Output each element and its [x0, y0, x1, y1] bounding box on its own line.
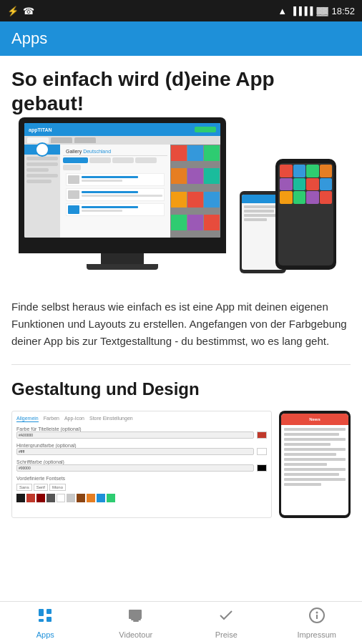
grid-cell-9	[280, 191, 293, 204]
tablet-row-4	[244, 218, 267, 221]
svg-rect-4	[129, 610, 142, 619]
grid-cell-7	[306, 178, 319, 191]
tablet-row-2	[244, 210, 274, 213]
nav-label-apps: Apps	[36, 630, 54, 639]
monitor-tab-active	[27, 137, 49, 143]
design-field-2: Hintergrundfarbe (optional) #ffff	[16, 443, 267, 455]
palette-gray[interactable]	[47, 494, 55, 502]
design-field-2-label: Hintergrundfarbe (optional)	[16, 443, 267, 448]
notification-icon: ☎	[23, 6, 34, 16]
section-divider	[11, 364, 351, 365]
app-bar-title: Apps	[11, 29, 47, 48]
design-field-1-label: Farbe für Titelleiste (optional)	[16, 426, 267, 431]
text-line-blue-2	[82, 191, 138, 193]
app-bar: Apps	[0, 21, 362, 56]
preise-icon	[217, 607, 235, 628]
design-phone-text-8	[284, 463, 327, 466]
palette-orange[interactable]	[87, 494, 95, 502]
palette-red[interactable]	[26, 494, 35, 502]
monitor-wrapper: appTITAN	[19, 117, 226, 270]
nav-item-impressum[interactable]: Impressum	[272, 607, 363, 639]
design-input-2[interactable]: #ffff	[16, 448, 254, 455]
text-line-short-3	[82, 210, 122, 212]
font-option-2[interactable]: Serif	[34, 484, 48, 491]
row-text-3	[82, 206, 162, 213]
nav-item-preise[interactable]: Preise	[181, 607, 272, 639]
design-tab-allgemein: Allgemein	[16, 416, 39, 422]
monitor-stand	[101, 253, 144, 264]
color-swatch-2[interactable]	[257, 448, 267, 455]
apps-icon	[36, 607, 54, 628]
monitor-sidebar	[24, 145, 60, 238]
nav-item-videotour[interactable]: Videotour	[91, 607, 182, 639]
thumbnail	[68, 175, 79, 184]
palette-white[interactable]	[57, 494, 65, 502]
svg-rect-0	[39, 609, 44, 616]
font-option-1[interactable]: Sans	[16, 484, 32, 491]
nav-label-preise: Preise	[215, 630, 238, 639]
phone-mockup	[275, 159, 336, 270]
nav-item-apps[interactable]: Apps	[0, 607, 91, 639]
grid-cell-5	[280, 178, 293, 191]
svg-rect-2	[47, 617, 52, 622]
svg-rect-3	[39, 619, 44, 622]
device-mockup: appTITAN	[11, 127, 351, 284]
phone-image-grid	[278, 163, 333, 205]
grid-cell-12	[320, 191, 333, 204]
palette-black[interactable]	[16, 494, 25, 502]
row-text	[82, 176, 162, 183]
status-bar-left: ⚡ ☎	[7, 6, 34, 16]
phone-screen	[278, 163, 333, 265]
main-content: So einfach wird (d)eine App gebaut! appT…	[0, 56, 362, 601]
content-row-item-2	[66, 188, 165, 201]
palette-green[interactable]	[107, 494, 115, 502]
design-field-3-input-row: #00000	[16, 464, 267, 472]
nav-label-impressum: Impressum	[298, 630, 336, 639]
nav-label-videotour: Videotour	[119, 630, 152, 639]
palette-brown[interactable]	[77, 494, 85, 502]
status-bar-right: ▲ ▐▐▐▐ ▓▓ 18:52	[278, 6, 355, 16]
description-text: Finde selbst heraus wie einfach es ist e…	[11, 298, 351, 350]
palette-lightgray[interactable]	[67, 494, 75, 502]
palette-darkred[interactable]	[36, 494, 45, 502]
bottom-nav: Apps Videotour Preise Impressum	[0, 601, 362, 644]
text-line-short	[82, 180, 122, 182]
svg-rect-1	[47, 609, 52, 614]
design-phone-text-7	[284, 458, 346, 461]
grid-cell-1	[280, 165, 293, 177]
design-phone-content	[281, 425, 348, 491]
impressum-icon	[308, 607, 326, 628]
design-tab-store: Store Einstellungen	[89, 416, 133, 422]
row-text-2	[82, 191, 162, 198]
design-phone-text-6	[284, 453, 336, 456]
design-field-1-input-row: #A00000	[16, 431, 267, 439]
wifi-icon: ▲	[278, 6, 287, 16]
color-swatch-1[interactable]	[257, 431, 267, 439]
design-phone-text-11	[284, 478, 346, 481]
signal-icon: ▐▐▐▐	[290, 6, 313, 15]
monitor: appTITAN	[19, 117, 226, 253]
monitor-images-panel	[170, 145, 220, 238]
design-phone-text-2	[284, 433, 339, 436]
battery-icon: ▓▓	[316, 6, 328, 15]
design-tab-app-icon: App-Icon	[64, 416, 84, 422]
monitor-main: Gallery Deutschland	[60, 145, 170, 238]
font-option-3[interactable]: Mono	[49, 484, 66, 491]
color-swatch-3[interactable]	[257, 464, 267, 472]
time-display: 18:52	[331, 6, 355, 16]
design-phone-text-10	[284, 473, 339, 476]
monitor-base	[87, 264, 158, 270]
content-row-item-3	[66, 203, 165, 216]
grid-cell-10	[293, 191, 306, 204]
thumbnail-2	[68, 190, 79, 199]
grid-cell-11	[306, 191, 319, 204]
design-phone-screen: News	[281, 414, 348, 515]
design-input-3[interactable]: #00000	[16, 464, 254, 472]
svg-rect-6	[133, 620, 139, 622]
design-field-1: Farbe für Titelleiste (optional) #A00000	[16, 426, 267, 439]
design-phone-preview: News	[279, 411, 351, 518]
palette-blue[interactable]	[97, 494, 105, 502]
design-phone-text-12	[284, 483, 321, 486]
monitor-tab-1	[51, 137, 72, 143]
design-input-1[interactable]: #A00000	[16, 431, 254, 439]
